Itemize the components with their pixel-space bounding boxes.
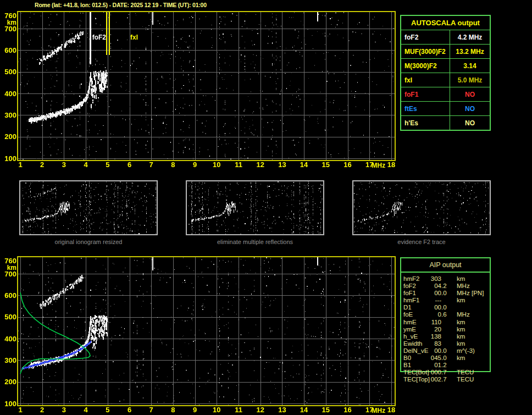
x-axis-tick-label: 2 xyxy=(34,161,51,168)
x-axis-tick-label: 9 xyxy=(187,161,203,168)
aip-row-unit: MHz xyxy=(457,290,470,297)
x-axis-tick-label: 2 xyxy=(34,406,51,413)
x-axis-tick-label: 11 xyxy=(230,406,247,413)
x-axis-tick-label: 9 xyxy=(187,406,203,413)
x-axis-tick-label: 15 xyxy=(318,161,334,168)
aip-panel-title: AIP output xyxy=(401,258,490,273)
autoscala-row-label: foF2 xyxy=(401,30,450,44)
thumbnail-original-ionogram xyxy=(19,180,158,235)
aip-row: foF204.2MHz xyxy=(401,283,490,290)
autoscala-row-value: 4.2 MHz xyxy=(450,34,490,41)
aip-row-unit: km xyxy=(457,333,465,340)
autoscala-row-value: 3.14 xyxy=(450,62,490,70)
x-axis-tick-label: 13 xyxy=(274,406,290,413)
x-axis-tick-label: 3 xyxy=(56,161,72,168)
aip-row-value-int: 138 xyxy=(401,333,441,340)
y-axis-unit-label: km xyxy=(0,264,16,272)
x-axis-tick-label: 8 xyxy=(165,161,181,168)
y-axis-tick-label: 400 xyxy=(0,335,16,342)
autoscala-row: foF24.2 MHz xyxy=(401,30,490,44)
aip-output-panel: AIP output hmF2303kmfoF204.2MHzfoF100.0M… xyxy=(400,257,491,372)
thumbnail-caption-3: evidence F2 trace xyxy=(352,239,491,245)
thumbnail-caption-2: eliminate multiple reflections xyxy=(186,239,324,245)
y-axis-tick-label: 300 xyxy=(0,112,16,119)
aip-row-value-frac: .2 xyxy=(441,283,447,290)
autoscala-row-label: foF1 xyxy=(401,87,450,101)
aip-row: ymE20km xyxy=(401,326,490,333)
aip-row-unit: TECU xyxy=(457,369,474,376)
aip-row-value-int: 045 xyxy=(401,355,441,362)
aip-row-unit: MHz xyxy=(457,283,470,290)
x-axis-tick-label: 5 xyxy=(99,406,116,413)
autoscala-row: h'EsNO xyxy=(401,115,490,130)
y-axis-unit-label: km xyxy=(0,19,16,26)
thumbnail-eliminate-multiples xyxy=(186,180,324,235)
aip-row-value-int: 00 xyxy=(401,347,441,355)
aip-table: hmF2303kmfoF204.2MHzfoF100.0MHz[PN]hmF1-… xyxy=(401,273,490,383)
x-axis-tick-label: 4 xyxy=(77,406,94,413)
aip-row: foE0.6MHz xyxy=(401,311,490,318)
y-axis-tick-label: 700 xyxy=(0,270,16,278)
autoscala-output-panel: AUTOSCALA output foF24.2 MHzMUF(3000)F21… xyxy=(400,15,491,131)
aip-row-unit: MHz xyxy=(457,311,470,318)
aip-row: DelN_vE00.0m^(-3) xyxy=(401,347,490,355)
ionogram-plot-bottom xyxy=(17,256,396,406)
aip-row-value-frac: .2 xyxy=(441,362,447,369)
aip-row-value-frac: .0 xyxy=(441,290,447,297)
autoscala-panel-title: AUTOSCALA output xyxy=(401,16,490,30)
aip-row-value-frac: .0 xyxy=(441,304,447,311)
aip-row-value-frac: .0 xyxy=(441,355,447,362)
aip-row-unit: km xyxy=(457,297,465,304)
x-axis-tick-label: 11 xyxy=(230,161,247,168)
aip-row-value-int: --- xyxy=(401,297,441,304)
x-axis-tick-label: 5 xyxy=(99,161,116,168)
thumbnail-evidence-f2-trace xyxy=(352,180,491,235)
autoscala-row-label: M(3000)F2 xyxy=(401,59,450,73)
autoscala-row-label: ftEs xyxy=(401,102,450,115)
aip-row: foF100.0MHz[PN] xyxy=(401,290,490,297)
ionogram-plot-top: foF2 fxI xyxy=(17,11,396,161)
aip-row: TEC[Top]002.7TECU xyxy=(401,376,490,383)
aip-row: D100.0 xyxy=(401,304,490,311)
autoscala-row-label: fxI xyxy=(401,73,450,87)
x-axis-tick-label: 10 xyxy=(208,406,225,413)
thumbnail-canvas-3 xyxy=(353,181,490,234)
x-axis-tick-label: 17 xyxy=(361,406,378,413)
x-axis-tick-label: 18 xyxy=(383,161,400,168)
aip-row-value-frac: .7 xyxy=(441,376,447,383)
fof2-marker-label: foF2 xyxy=(84,34,106,41)
x-axis-tick-label: 14 xyxy=(296,161,312,168)
aip-row: B101.2 xyxy=(401,362,490,369)
autoscala-row-label: MUF(3000)F2 xyxy=(401,45,450,58)
thumbnail-caption-1: original ionogram resized xyxy=(19,239,158,245)
aip-row-unit: km xyxy=(457,326,465,333)
autoscala-table: foF24.2 MHzMUF(3000)F213.2 MHzM(3000)F23… xyxy=(401,30,490,130)
autoscala-program-window: Rome (lat: +41.8, lon: 012.5) - DATE: 20… xyxy=(0,0,532,415)
x-axis-tick-label: 10 xyxy=(208,161,225,168)
aip-row-note: [PN] xyxy=(472,290,484,297)
aip-row-value-frac: .6 xyxy=(441,311,447,318)
aip-row-value-int: 002 xyxy=(401,376,441,383)
aip-row-unit: km xyxy=(457,355,465,362)
x-axis-unit-label: MHz xyxy=(370,162,387,169)
x-axis-tick-label: 18 xyxy=(383,406,400,413)
ionogram-canvas-bottom xyxy=(18,257,395,405)
aip-row-unit: TECU xyxy=(457,376,474,383)
aip-row-value-int: 04 xyxy=(401,283,441,290)
autoscala-row: M(3000)F23.14 xyxy=(401,58,490,73)
y-axis-tick-label: 100 xyxy=(0,155,16,162)
y-axis-tick-label: 300 xyxy=(0,357,16,364)
aip-row: B0045.0km xyxy=(401,355,490,362)
aip-row-value-int: 01 xyxy=(401,362,441,369)
aip-row-value-int: 00 xyxy=(401,290,441,297)
aip-row-unit: km xyxy=(457,340,465,347)
aip-row-value-int: 00 xyxy=(401,304,441,311)
autoscala-row-value: NO xyxy=(450,119,490,127)
aip-row-value-int: 110 xyxy=(401,319,441,326)
x-axis-unit-label: MHz xyxy=(370,407,387,414)
aip-row-value-int: 0 xyxy=(401,311,441,318)
aip-row: hmF2303km xyxy=(401,275,490,283)
y-axis-tick-label: 700 xyxy=(0,25,16,32)
y-axis-tick-label: 500 xyxy=(0,313,16,320)
y-axis-tick-label: 760 xyxy=(0,12,16,19)
